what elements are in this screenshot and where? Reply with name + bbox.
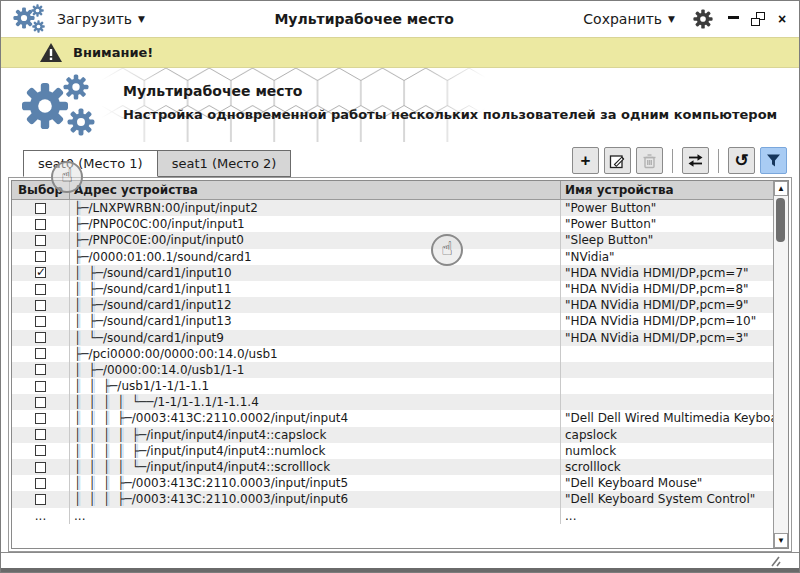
row-checkbox[interactable] [35, 397, 46, 408]
maximize-button[interactable] [751, 12, 765, 26]
device-name-cell: "HDA NVidia HDMI/DP,pcm=10" [561, 313, 773, 329]
tree-branch-lines: │ └─ [74, 331, 103, 345]
load-button[interactable]: Загрузить ▼ [57, 11, 145, 27]
device-name-cell [561, 346, 773, 362]
tab-seat1[interactable]: seat1 (Место 2) [158, 150, 292, 177]
seat-tabs: seat0 (Место 1) seat1 (Место 2) [23, 150, 291, 177]
address-cell: ├─/PNP0C0E:00/input/input0 [70, 232, 561, 248]
tab-seat0[interactable]: seat0 (Место 1) [23, 150, 158, 177]
tree-branch-lines: │ │ │ │ ├─ [74, 428, 146, 442]
table-row[interactable]: ......... [12, 508, 773, 524]
device-name-cell: "Dell Keyboard System Control" [561, 491, 773, 507]
row-checkbox[interactable] [35, 203, 46, 214]
tree-branch-lines: ├─ [74, 233, 88, 247]
select-cell: ... [12, 508, 70, 524]
swap-button[interactable] [682, 147, 709, 174]
device-name-cell: "Dell Keyboard Mouse" [561, 475, 773, 491]
row-checkbox[interactable] [35, 413, 46, 424]
address-cell: │ │ │ │ └─/input/input4/input4::scrolllo… [70, 459, 561, 475]
table-row[interactable]: │ ├─/sound/card1/input11"HDA NVidia HDMI… [12, 281, 773, 297]
edit-button[interactable] [604, 147, 631, 174]
table-body: ├─/LNXPWRBN:00/input/input2"Power Button… [12, 200, 773, 548]
address-cell: │ │ ├─/usb1/1-1/1-1.1 [70, 378, 561, 394]
row-checkbox[interactable] [35, 462, 46, 473]
device-name-cell: "Dell Dell Wired Multimedia Keyboar [561, 410, 773, 426]
table-row[interactable]: │ ├─/0000:00:14.0/usb1/1-1 [12, 362, 773, 378]
settings-button[interactable] [693, 9, 713, 29]
save-button[interactable]: Сохранить ▼ [583, 11, 675, 27]
table-row[interactable]: │ │ │ ├─/0003:413C:2110.0003/input/input… [12, 491, 773, 507]
row-checkbox[interactable] [35, 251, 46, 262]
refresh-button[interactable]: ↺ [728, 147, 755, 174]
row-checkbox[interactable] [35, 316, 46, 327]
table-row[interactable]: │ │ │ ├─/0003:413C:2110.0002/input/input… [12, 410, 773, 426]
chevron-down-icon: ▼ [668, 15, 675, 24]
row-checkbox[interactable] [35, 284, 46, 295]
warning-triangle-icon [39, 42, 63, 63]
address-cell: │ │ │ │ ├─/input/input4/input4::numlock [70, 443, 561, 459]
device-path: /0003:413C:2110.0003/input/input6 [132, 492, 348, 506]
row-checkbox[interactable] [35, 348, 46, 359]
filter-button[interactable] [760, 147, 787, 174]
device-path: /0003:413C:2110.0002/input/input4 [132, 411, 348, 425]
table-row[interactable]: │ │ │ ├─/0003:413C:2110.0003/input/input… [12, 475, 773, 491]
table-row[interactable]: │ ├─/sound/card1/input10"HDA NVidia HDMI… [12, 265, 773, 281]
scroll-down-button[interactable]: ▼ [774, 533, 788, 548]
table-row[interactable]: │ │ │ │ ├─/input/input4/input4::numlockn… [12, 443, 773, 459]
device-path: /sound/card1/input12 [103, 298, 232, 312]
tree-branch-lines: │ │ │ │ ├─ [74, 444, 146, 458]
row-checkbox[interactable] [35, 478, 46, 489]
device-name-cell [561, 394, 773, 410]
minimize-button[interactable] [727, 12, 741, 26]
select-cell [12, 297, 70, 313]
address-cell: │ │ │ │ ├─/input/input4/input4::capslock [70, 427, 561, 443]
tree-branch-lines: ├─ [74, 201, 88, 215]
address-cell: │ ├─/sound/card1/input12 [70, 297, 561, 313]
table-row[interactable]: │ │ │ │ └─/input/input4/input4::scrolllo… [12, 459, 773, 475]
table-row[interactable]: │ │ │ │ ├─/input/input4/input4::capslock… [12, 427, 773, 443]
tree-branch-lines: │ │ │ ├─ [74, 476, 132, 490]
row-checkbox[interactable] [35, 429, 46, 440]
table-row[interactable]: ├─/pci0000:00/0000:00:14.0/usb1 [12, 346, 773, 362]
device-path: /1-1/1-1.1/1-1.1.4 [153, 395, 258, 409]
device-toolbar: + [572, 147, 787, 174]
row-checkbox[interactable] [35, 381, 46, 392]
row-checkbox[interactable] [35, 332, 46, 343]
device-name-cell [561, 362, 773, 378]
table-row[interactable]: │ ├─/sound/card1/input12"HDA NVidia HDMI… [12, 297, 773, 313]
table-row[interactable]: ├─/LNXPWRBN:00/input/input2"Power Button… [12, 200, 773, 216]
plus-icon: + [581, 151, 591, 171]
select-cell [12, 378, 70, 394]
table-row[interactable]: │ │ │ │ └──/1-1/1-1.1/1-1.1.4 [12, 394, 773, 410]
tree-branch-lines: │ │ ├─ [74, 379, 117, 393]
table-row[interactable]: ├─/PNP0C0E:00/input/input0"Sleep Button" [12, 232, 773, 248]
resize-grip-icon[interactable] [767, 555, 781, 567]
close-button[interactable]: × [775, 12, 789, 26]
scroll-up-button[interactable]: ▲ [774, 181, 788, 196]
row-checkbox[interactable] [35, 267, 46, 278]
select-cell [12, 491, 70, 507]
device-name-cell: scrolllock [561, 459, 773, 475]
device-table: Выбор Адрес устройства Имя устройства ├─… [11, 180, 789, 549]
vertical-scrollbar[interactable]: ▲ ▼ [773, 181, 788, 548]
table-row[interactable]: │ ├─/sound/card1/input13"HDA NVidia HDMI… [12, 313, 773, 329]
row-checkbox[interactable] [35, 445, 46, 456]
scrollbar-thumb[interactable] [776, 198, 785, 242]
device-path: /PNP0C0C:00/input/input1 [88, 217, 244, 231]
row-checkbox[interactable] [35, 494, 46, 505]
row-checkbox[interactable] [35, 235, 46, 246]
arrow-down-icon: ▼ [777, 536, 785, 545]
add-button[interactable]: + [572, 147, 599, 174]
tree-branch-lines: ├─ [74, 217, 88, 231]
device-path: /input/input4/input4::capslock [146, 428, 326, 442]
row-checkbox[interactable] [35, 364, 46, 375]
tree-branch-lines: │ ├─ [74, 363, 103, 377]
table-row[interactable]: ├─/PNP0C0C:00/input/input1"Power Button" [12, 216, 773, 232]
device-name-cell: "Sleep Button" [561, 232, 773, 248]
row-checkbox[interactable] [35, 219, 46, 230]
table-row[interactable]: │ └─/sound/card1/input9"HDA NVidia HDMI/… [12, 330, 773, 346]
table-row[interactable]: │ │ ├─/usb1/1-1/1-1.1 [12, 378, 773, 394]
scrollbar-track[interactable] [774, 196, 788, 533]
row-checkbox[interactable] [35, 300, 46, 311]
table-row[interactable]: ├─/0000:01:00.1/sound/card1"NVidia" [12, 249, 773, 265]
